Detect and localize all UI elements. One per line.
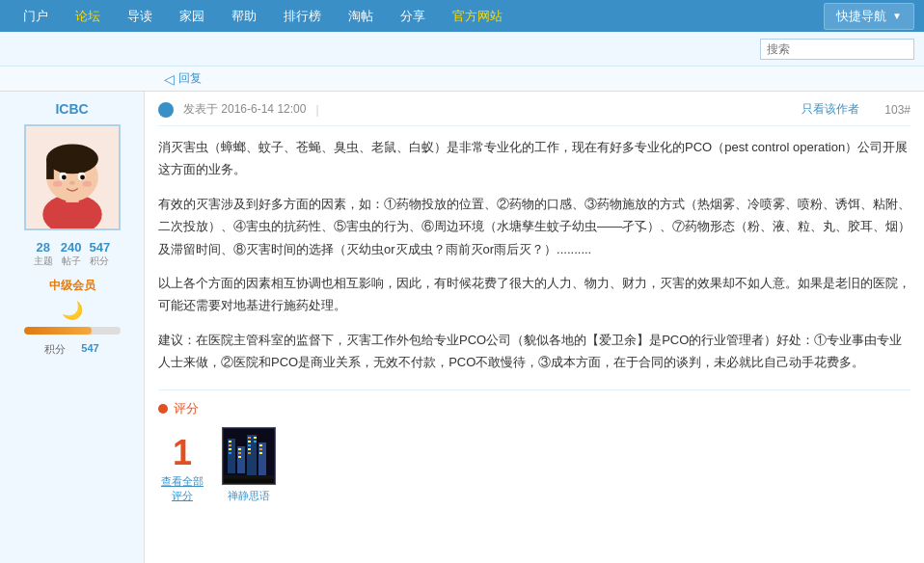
svg-rect-21 bbox=[229, 452, 231, 454]
nav-home[interactable]: 家园 bbox=[166, 0, 218, 32]
rating-dot-icon bbox=[158, 404, 168, 414]
post-paragraph-3: 以上各个方面的因素相互协调也相互影响，因此，有时候花费了很大的人力、物力、财力，… bbox=[158, 272, 910, 317]
rating-title-text: 评分 bbox=[174, 400, 199, 417]
svg-rect-30 bbox=[254, 437, 257, 439]
quick-nav-label: 快捷导航 bbox=[836, 8, 886, 25]
svg-rect-5 bbox=[46, 159, 54, 179]
quick-nav-button[interactable]: 快捷导航 ▼ bbox=[824, 3, 914, 30]
nav-share[interactable]: 分享 bbox=[387, 0, 439, 32]
svg-rect-22 bbox=[238, 448, 241, 450]
reviewer-col: 禅静思语 bbox=[222, 427, 276, 503]
rating-section: 评分 1 查看全部评分 bbox=[158, 389, 910, 503]
breadcrumb-back[interactable]: 回复 bbox=[178, 70, 202, 87]
reviewer-name[interactable]: 禅静思语 bbox=[228, 489, 270, 503]
post-content-area: 发表于 2016-6-14 12:00 | 只看该作者 103# 消灭害虫（蟑螂… bbox=[145, 92, 924, 563]
progress-bar-fill bbox=[24, 327, 92, 335]
svg-rect-26 bbox=[248, 441, 251, 442]
svg-rect-19 bbox=[229, 444, 231, 446]
post-paragraph-1: 消灭害虫（蟑螂、蚊子、苍蝇、臭虫、老鼠、白蚁）是非常专业化的工作，现在有好多专业… bbox=[158, 136, 910, 181]
rating-score-col: 1 查看全部评分 bbox=[158, 436, 206, 503]
svg-point-10 bbox=[69, 181, 75, 185]
svg-rect-34 bbox=[259, 452, 262, 454]
post-body: 消灭害虫（蟑螂、蚊子、苍蝇、臭虫、老鼠、白蚁）是非常专业化的工作，现在有好多专业… bbox=[158, 136, 910, 374]
svg-rect-27 bbox=[248, 444, 251, 446]
view-all-ratings-link[interactable]: 查看全部评分 bbox=[158, 474, 206, 503]
rating-items: 1 查看全部评分 bbox=[158, 427, 910, 503]
svg-rect-17 bbox=[258, 442, 266, 475]
svg-rect-32 bbox=[259, 444, 262, 446]
svg-rect-15 bbox=[237, 446, 245, 473]
progress-bar bbox=[24, 327, 121, 335]
stat-score: 547 积分 bbox=[90, 240, 111, 268]
moon-icon: 🌙 bbox=[62, 300, 83, 321]
svg-point-4 bbox=[46, 144, 98, 174]
nav-portal[interactable]: 门户 bbox=[10, 0, 62, 32]
nav-shop[interactable]: 淘帖 bbox=[335, 0, 387, 32]
sidebar: ICBC bbox=[0, 92, 145, 563]
breadcrumb: ◁ 回复 bbox=[0, 67, 924, 92]
post-time: 发表于 2016-6-14 12:00 bbox=[183, 101, 306, 118]
post-paragraph-2: 有效的灭害涉及到好多方面的因素，如：①药物投放的位置、②药物的口感、③药物施放的… bbox=[158, 193, 910, 260]
svg-rect-28 bbox=[248, 448, 251, 450]
top-navigation: 门户 论坛 导读 家园 帮助 排行榜 淘帖 分享 官方网站 快捷导航 ▼ bbox=[0, 0, 924, 32]
nav-guide[interactable]: 导读 bbox=[114, 0, 166, 32]
score-value: 547 bbox=[81, 342, 98, 357]
post-meta: 发表于 2016-6-14 12:00 | 只看该作者 103# bbox=[158, 101, 910, 126]
nav-ranking[interactable]: 排行榜 bbox=[270, 0, 335, 32]
reviewer-thumbnail bbox=[222, 427, 276, 485]
svg-rect-25 bbox=[248, 437, 251, 439]
svg-rect-14 bbox=[228, 439, 235, 473]
svg-rect-36 bbox=[224, 475, 274, 479]
post-number: 103# bbox=[884, 103, 910, 117]
main-layout: ICBC bbox=[0, 92, 924, 563]
svg-rect-24 bbox=[238, 456, 241, 458]
svg-rect-18 bbox=[229, 441, 231, 442]
nav-official[interactable]: 官方网站 bbox=[439, 0, 516, 32]
svg-point-12 bbox=[82, 181, 92, 187]
svg-point-8 bbox=[61, 175, 66, 180]
svg-rect-20 bbox=[229, 448, 231, 450]
meta-separator: | bbox=[315, 103, 318, 117]
search-bar bbox=[0, 32, 924, 67]
quick-nav-arrow-icon: ▼ bbox=[892, 11, 902, 21]
rating-title: 评分 bbox=[158, 400, 910, 417]
user-icon bbox=[158, 102, 174, 118]
sidebar-username: ICBC bbox=[55, 101, 88, 117]
sidebar-stats: 28 主题 240 帖子 547 积分 bbox=[34, 240, 110, 268]
only-author-link[interactable]: 只看该作者 bbox=[802, 101, 859, 118]
member-level: 中级会员 bbox=[49, 278, 95, 294]
avatar bbox=[24, 124, 121, 230]
svg-rect-23 bbox=[238, 452, 241, 454]
svg-rect-31 bbox=[254, 441, 257, 442]
nav-help[interactable]: 帮助 bbox=[218, 0, 270, 32]
svg-point-9 bbox=[80, 175, 85, 180]
post-paragraph-4: 建议：在医院主管科室的监督下，灭害工作外包给专业PCO公司（貌似各地的【爱卫余】… bbox=[158, 329, 910, 374]
stat-posts: 240 帖子 bbox=[61, 240, 82, 268]
breadcrumb-icon: ◁ bbox=[164, 71, 175, 87]
score-label: 积分 bbox=[44, 342, 66, 357]
svg-rect-33 bbox=[259, 448, 262, 450]
rating-score-value: 1 bbox=[158, 436, 206, 470]
svg-rect-29 bbox=[248, 452, 251, 454]
stat-topics: 28 主题 bbox=[34, 240, 53, 268]
search-input[interactable] bbox=[760, 39, 914, 60]
svg-point-11 bbox=[52, 181, 62, 187]
nav-items-list: 门户 论坛 导读 家园 帮助 排行榜 淘帖 分享 官方网站 bbox=[10, 0, 824, 32]
score-row: 积分 547 bbox=[44, 342, 98, 357]
nav-forum[interactable]: 论坛 bbox=[62, 0, 114, 32]
